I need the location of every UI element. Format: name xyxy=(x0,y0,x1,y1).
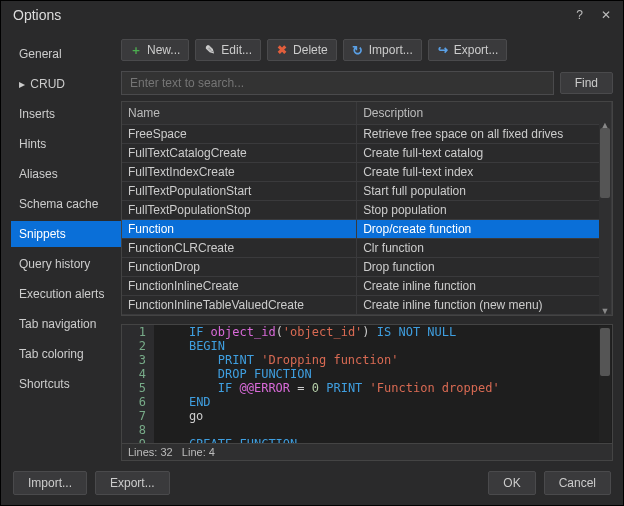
scroll-down-icon[interactable]: ▼ xyxy=(599,306,611,316)
sidebar-item-crud[interactable]: ▸ CRUD xyxy=(11,71,121,97)
row-name: FunctionInlineCreate xyxy=(122,277,357,295)
row-name: FullTextCatalogCreate xyxy=(122,144,357,162)
code-scroll-thumb[interactable] xyxy=(600,328,610,376)
sidebar-item-execution-alerts[interactable]: Execution alerts xyxy=(11,281,121,307)
find-button[interactable]: Find xyxy=(560,72,613,94)
sidebar-item-inserts[interactable]: Inserts xyxy=(11,101,121,127)
row-desc: Create inline function (new menu) xyxy=(357,296,612,314)
row-name: FunctionInlineTableValuedCreate xyxy=(122,296,357,314)
ok-button[interactable]: OK xyxy=(488,471,535,495)
table-row[interactable]: FullTextCatalogCreateCreate full-text ca… xyxy=(122,144,612,163)
row-desc: Drop/create function xyxy=(357,220,612,238)
row-name: FullTextPopulationStop xyxy=(122,201,357,219)
sidebar-item-general[interactable]: General xyxy=(11,41,121,67)
footer: Import... Export... OK Cancel xyxy=(1,461,623,505)
sidebar-item-query-history[interactable]: Query history xyxy=(11,251,121,277)
sidebar-item-schema-cache[interactable]: Schema cache xyxy=(11,191,121,217)
code-text: DROP FUNCTION xyxy=(154,367,612,381)
line-number: 4 xyxy=(122,367,154,381)
table-row[interactable]: FullTextPopulationStartStart full popula… xyxy=(122,182,612,201)
edit-button[interactable]: ✎ Edit... xyxy=(195,39,261,61)
col-name[interactable]: Name xyxy=(122,102,357,124)
edit-button-label: Edit... xyxy=(221,43,252,57)
lines-label: Lines: xyxy=(128,446,157,458)
table-row[interactable]: FullTextPopulationStopStop population xyxy=(122,201,612,220)
sidebar-item-tab-navigation[interactable]: Tab navigation xyxy=(11,311,121,337)
code-line: 3 PRINT 'Dropping function' xyxy=(122,353,612,367)
row-name: FreeSpace xyxy=(122,125,357,143)
import-button-label: Import... xyxy=(369,43,413,57)
help-icon[interactable]: ? xyxy=(576,8,583,22)
sidebar-item-shortcuts[interactable]: Shortcuts xyxy=(11,371,121,397)
delete-button-label: Delete xyxy=(293,43,328,57)
row-desc: Create inline function xyxy=(357,277,612,295)
row-name: FullTextPopulationStart xyxy=(122,182,357,200)
line-number: 6 xyxy=(122,395,154,409)
toolbar: ＋ New... ✎ Edit... ✖ Delete ↻ Import... … xyxy=(121,35,613,65)
options-dialog: Options ? ✕ General▸ CRUDInsertsHintsAli… xyxy=(0,0,624,506)
row-desc: Start full population xyxy=(357,182,612,200)
export-icon: ↪ xyxy=(437,44,449,56)
sidebar-item-aliases[interactable]: Aliases xyxy=(11,161,121,187)
row-name: FullTextIndexCreate xyxy=(122,163,357,181)
code-preview: 1 IF object_id('object_id') IS NOT NULL2… xyxy=(121,324,613,444)
new-button[interactable]: ＋ New... xyxy=(121,39,189,61)
row-desc: Create full-text catalog xyxy=(357,144,612,162)
search-input[interactable] xyxy=(121,71,554,95)
table-row[interactable]: FullTextIndexCreateCreate full-text inde… xyxy=(122,163,612,182)
delete-button[interactable]: ✖ Delete xyxy=(267,39,337,61)
line-value: 4 xyxy=(209,446,215,458)
sidebar-item-tab-coloring[interactable]: Tab coloring xyxy=(11,341,121,367)
snippets-table: Name Description FreeSpaceRetrieve free … xyxy=(121,101,613,316)
line-number: 7 xyxy=(122,409,154,423)
pencil-icon: ✎ xyxy=(204,44,216,56)
code-text: BEGIN xyxy=(154,339,612,353)
close-icon[interactable]: ✕ xyxy=(601,8,611,22)
line-number: 5 xyxy=(122,381,154,395)
row-desc: Clr function xyxy=(357,239,612,257)
row-desc: Retrieve free space on all fixed drives xyxy=(357,125,612,143)
cancel-button[interactable]: Cancel xyxy=(544,471,611,495)
table-row[interactable]: FunctionInlineCreateCreate inline functi… xyxy=(122,277,612,296)
footer-import-button[interactable]: Import... xyxy=(13,471,87,495)
code-line: 6 END xyxy=(122,395,612,409)
scroll-thumb[interactable] xyxy=(600,128,610,198)
sidebar-item-label: CRUD xyxy=(27,77,65,91)
line-label: Line: xyxy=(182,446,206,458)
table-scrollbar[interactable]: ▲ ▼ xyxy=(599,122,611,314)
table-row[interactable]: FunctionDrop/create function xyxy=(122,220,612,239)
col-description[interactable]: Description xyxy=(357,102,612,124)
sidebar-item-snippets[interactable]: Snippets xyxy=(11,221,121,247)
caret-icon: ▸ xyxy=(19,77,27,91)
table-row[interactable]: FunctionCLRCreateClr function xyxy=(122,239,612,258)
code-line: 4 DROP FUNCTION xyxy=(122,367,612,381)
sidebar-item-hints[interactable]: Hints xyxy=(11,131,121,157)
table-header: Name Description xyxy=(122,102,612,125)
search-row: Find xyxy=(121,65,613,101)
footer-export-button[interactable]: Export... xyxy=(95,471,170,495)
export-button-label: Export... xyxy=(454,43,499,57)
code-scrollbar[interactable] xyxy=(599,326,611,442)
row-name: FunctionCLRCreate xyxy=(122,239,357,257)
code-text: IF object_id('object_id') IS NOT NULL xyxy=(154,325,612,339)
row-desc: Drop function xyxy=(357,258,612,276)
code-text: go xyxy=(154,409,612,423)
code-text xyxy=(154,423,612,437)
code-text: IF @@ERROR = 0 PRINT 'Function dropped' xyxy=(154,381,612,395)
table-row[interactable]: FunctionDropDrop function xyxy=(122,258,612,277)
table-row[interactable]: FunctionInlineTableValuedCreateCreate in… xyxy=(122,296,612,315)
line-number: 1 xyxy=(122,325,154,339)
sidebar: General▸ CRUDInsertsHintsAliasesSchema c… xyxy=(11,35,121,461)
code-text: CREATE FUNCTION xyxy=(154,437,612,444)
code-line: 8 xyxy=(122,423,612,437)
export-button[interactable]: ↪ Export... xyxy=(428,39,508,61)
code-text: PRINT 'Dropping function' xyxy=(154,353,612,367)
import-button[interactable]: ↻ Import... xyxy=(343,39,422,61)
system-buttons: ? ✕ xyxy=(576,8,611,22)
row-desc: Stop population xyxy=(357,201,612,219)
code-line: 2 BEGIN xyxy=(122,339,612,353)
import-icon: ↻ xyxy=(352,44,364,56)
table-row[interactable]: FreeSpaceRetrieve free space on all fixe… xyxy=(122,125,612,144)
main: ＋ New... ✎ Edit... ✖ Delete ↻ Import... … xyxy=(121,35,613,461)
titlebar: Options ? ✕ xyxy=(1,1,623,29)
